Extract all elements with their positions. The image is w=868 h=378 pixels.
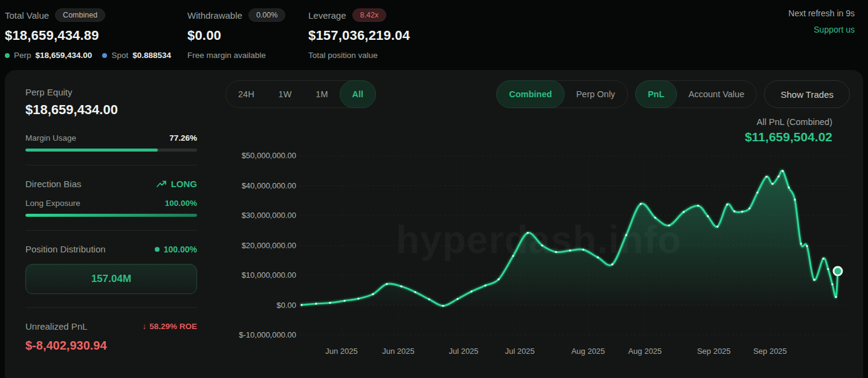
range-1w[interactable]: 1W xyxy=(267,80,304,108)
range-all[interactable]: All xyxy=(340,80,377,108)
trend-up-icon xyxy=(157,180,167,188)
withdrawable-label: Withdrawable xyxy=(187,10,242,21)
account-summary-sidebar: Perp Equity $18,659,434.00 Margin Usage … xyxy=(25,87,197,353)
unrealized-pnl-row: Unrealized PnL ↓ 58.29% ROE xyxy=(25,321,197,332)
range-1m[interactable]: 1M xyxy=(303,80,340,108)
x-tick-label: Sep 2025 xyxy=(687,347,741,356)
mode-perp-only[interactable]: Perp Only xyxy=(564,80,627,108)
support-us-link[interactable]: Support us xyxy=(814,25,855,34)
latest-point-marker xyxy=(834,267,842,275)
x-tick-label: Sep 2025 xyxy=(743,347,797,356)
position-distribution-label: Position Distribution xyxy=(25,244,106,254)
roe-value: 58.29% ROE xyxy=(149,322,197,331)
show-trades-button[interactable]: Show Trades xyxy=(764,80,850,108)
total-value-label: Total Value xyxy=(5,10,49,21)
margin-usage-bar xyxy=(25,149,197,152)
total-value-amount: $18,659,434.89 xyxy=(5,28,187,43)
metric-toggle-group: PnLAccount Value xyxy=(635,80,757,108)
distribution-dot-icon xyxy=(155,247,160,252)
range-24h[interactable]: 24H xyxy=(226,80,267,108)
divider xyxy=(25,307,197,308)
direction-bias-value: LONG xyxy=(171,179,197,189)
all-pnl-header: All PnL (Combined) $11,659,504.02 xyxy=(745,117,832,144)
main-panel: Perp Equity $18,659,434.00 Margin Usage … xyxy=(5,70,863,378)
mode-toggle-group: CombinedPerp Only xyxy=(496,80,627,108)
mode-combined[interactable]: Combined xyxy=(496,80,565,108)
position-size-box[interactable]: 157.04M xyxy=(25,264,197,294)
spot-value: $0.888534 xyxy=(132,51,171,60)
y-tick-label: $40,000,000.00 xyxy=(212,181,296,190)
perp-spot-legend: Perp $18,659,434.00 Spot $0.888534 xyxy=(5,51,187,60)
unrealized-pnl-value: $-8,402,930.94 xyxy=(25,339,197,353)
x-tick-label: Jun 2025 xyxy=(314,347,369,356)
position-distribution-row: Position Distribution 100.00% xyxy=(25,244,197,254)
position-distribution-value: 100.00% xyxy=(164,245,197,254)
x-tick-label: Jul 2025 xyxy=(436,347,491,356)
topbar-right: Next refresh in 9s Support us xyxy=(788,7,858,35)
withdrawable-subtext: Free margin available xyxy=(187,51,308,60)
perp-value: $18,659,434.00 xyxy=(36,51,92,60)
x-tick-label: Aug 2025 xyxy=(561,347,615,356)
perp-label: Perp xyxy=(14,51,31,60)
x-tick-label: Jul 2025 xyxy=(493,347,547,356)
long-exposure-fill xyxy=(25,214,197,217)
leverage-block: Leverage 8.42x $157,036,219.04 Total pos… xyxy=(308,7,410,60)
long-exposure-row: Long Exposure 100.00% xyxy=(25,199,197,208)
divider xyxy=(25,230,197,231)
x-axis-labels: Jun 2025Jun 2025Jul 2025Jul 2025Aug 2025… xyxy=(300,347,847,357)
y-tick-label: $20,000,000.00 xyxy=(212,241,296,250)
timerange-group: 24H1W1MAll xyxy=(225,80,376,108)
position-value-amount: $157,036,219.04 xyxy=(308,28,410,43)
divider xyxy=(25,165,197,165)
x-tick-label: Aug 2025 xyxy=(618,347,672,356)
margin-usage-label: Margin Usage xyxy=(25,133,76,143)
y-tick-label: $50,000,000.00 xyxy=(212,151,296,160)
leverage-label: Leverage xyxy=(308,10,346,21)
leverage-badge: 8.42x xyxy=(352,8,387,22)
metric-pnl[interactable]: PnL xyxy=(635,80,677,108)
total-value-block: Total Value Combined $18,659,434.89 Perp… xyxy=(5,7,187,60)
refresh-countdown: Next refresh in 9s xyxy=(788,8,855,18)
spot-dot-icon xyxy=(102,53,107,58)
direction-bias-label: Direction Bias xyxy=(25,179,82,189)
margin-usage-value: 77.26% xyxy=(169,133,197,143)
y-tick-label: $30,000,000.00 xyxy=(212,211,296,220)
withdrawable-percent-badge: 0.00% xyxy=(248,8,285,22)
perp-dot-icon xyxy=(5,53,10,58)
pnl-chart[interactable]: hyperdash.info xyxy=(300,151,847,338)
long-exposure-value: 100.00% xyxy=(165,199,197,208)
combined-badge[interactable]: Combined xyxy=(55,8,105,22)
spot-label: Spot xyxy=(111,51,128,60)
long-exposure-label: Long Exposure xyxy=(25,199,80,208)
leverage-subtext: Total position value xyxy=(308,51,410,60)
dashboard-page: Total Value Combined $18,659,434.89 Perp… xyxy=(0,0,868,378)
arrow-down-icon: ↓ xyxy=(142,322,146,331)
direction-bias-row: Direction Bias LONG xyxy=(25,179,197,189)
topbar: Total Value Combined $18,659,434.89 Perp… xyxy=(0,0,868,60)
metric-account-value[interactable]: Account Value xyxy=(676,80,756,108)
long-exposure-bar xyxy=(25,214,197,217)
unrealized-pnl-label: Unrealized PnL xyxy=(25,321,88,332)
margin-usage-fill xyxy=(25,149,158,152)
perp-equity-label: Perp Equity xyxy=(25,87,197,97)
perp-equity-value: $18,659,434.00 xyxy=(25,102,197,118)
margin-usage-row: Margin Usage 77.26% xyxy=(25,133,197,143)
withdrawable-block: Withdrawable 0.00% $0.00 Free margin ava… xyxy=(187,7,308,60)
y-tick-label: $-10,000,000.00 xyxy=(212,330,296,339)
chart-controls: CombinedPerp Only PnLAccount Value Show … xyxy=(496,80,850,108)
all-pnl-label: All PnL (Combined) xyxy=(745,117,832,127)
y-tick-label: $10,000,000.00 xyxy=(212,271,296,280)
y-axis-labels: $50,000,000.00$40,000,000.00$30,000,000.… xyxy=(212,151,296,338)
all-pnl-value: $11,659,504.02 xyxy=(745,130,832,144)
x-tick-label: Jun 2025 xyxy=(371,347,426,356)
withdrawable-amount: $0.00 xyxy=(187,28,308,43)
y-tick-label: $0.00 xyxy=(212,301,296,310)
chart-canvas xyxy=(300,151,847,338)
